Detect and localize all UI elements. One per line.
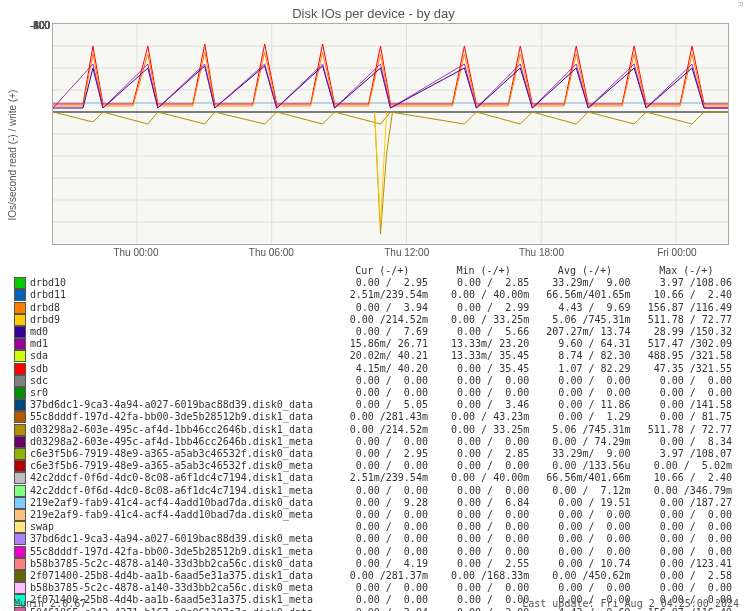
legend-row: 2f071400-25b8-4d4b-aa1b-6aad5e31a375.dis… [14, 570, 737, 582]
min-val: 0.00 / 0.00 [433, 521, 534, 533]
avg-val: 207.27m/ 13.74 [534, 326, 635, 338]
min-val: 0.00 / 0.00 [433, 375, 534, 387]
min-val: 0.00 / 2.85 [433, 448, 534, 460]
swatch-icon [14, 533, 26, 545]
min-val: 0.00 / 0.00 [433, 582, 534, 594]
col-avg: Avg (-/+) [534, 265, 635, 277]
min-val: 0.00 / 0.00 [433, 485, 534, 497]
max-val: 3.97 /108.07 [636, 448, 737, 460]
min-val: 13.33m/ 35.45 [433, 350, 534, 362]
legend-row: 42c2ddcf-0f6d-4dc0-8c08-a6f1dc4c7194.dis… [14, 485, 737, 497]
min-val: 0.00 / 0.00 [433, 387, 534, 399]
swatch-icon [14, 399, 26, 411]
cur-val: 0.00 / 3.94 [332, 302, 433, 314]
swatch-icon [14, 314, 26, 326]
avg-val: 0.00 / 0.00 [534, 582, 635, 594]
max-val: 511.78 / 72.77 [636, 424, 737, 436]
cur-val: 0.00 /281.37m [332, 570, 433, 582]
y-axis-label: IOs/second read (-) / write (+) [7, 45, 18, 265]
legend-row: drbd9 0.00 /214.52m 0.00 / 33.25m 5.06 /… [14, 314, 737, 326]
cur-val: 0.00 / 0.00 [332, 436, 433, 448]
max-val: 0.00 / 5.02m [636, 460, 737, 472]
max-val: 517.47 /302.09 [636, 338, 737, 350]
cur-val: 0.00 / 9.28 [332, 497, 433, 509]
min-val: 0.00 / 0.00 [433, 533, 534, 545]
cur-val: 0.00 / 2.95 [332, 448, 433, 460]
legend-row: 219e2af9-fab9-41c4-acf4-4add10bad7da.dis… [14, 509, 737, 521]
max-val: 0.00 /187.27 [636, 497, 737, 509]
max-val: 0.00 / 0.00 [636, 533, 737, 545]
max-val: 0.00 / 0.00 [636, 387, 737, 399]
avg-val: 0.00 / 7.12m [534, 485, 635, 497]
cur-val: 0.00 / 0.00 [332, 387, 433, 399]
cur-val: 0.00 /214.52m [332, 314, 433, 326]
series-name: 42c2ddcf-0f6d-4dc0-8c08-a6f1dc4c7194.dis… [30, 472, 313, 483]
swatch-icon [14, 289, 26, 301]
series-name: 2f071400-25b8-4d4b-aa1b-6aad5e31a375.dis… [30, 570, 313, 581]
cur-val: 0.00 / 5.05 [332, 399, 433, 411]
avg-val: 8.74 / 82.30 [534, 350, 635, 362]
chart-title: Disk IOs per device - by day [0, 0, 747, 23]
cur-val: 0.00 /281.43m [332, 411, 433, 423]
series-name: md0 [30, 326, 48, 337]
min-val: 0.00 / 33.25m [433, 314, 534, 326]
series-name: sdb [30, 363, 48, 374]
cur-val: 0.00 / 0.00 [332, 546, 433, 558]
avg-val: 0.00 / 0.00 [534, 387, 635, 399]
swatch-icon [14, 302, 26, 314]
swatch-icon [14, 558, 26, 570]
min-val: 0.00 / 43.23m [433, 411, 534, 423]
series-name: b58b3785-5c2c-4878-a140-33d3bb2ca56c.dis… [30, 558, 313, 569]
swatch-icon [14, 460, 26, 472]
col-max: Max (-/+) [636, 265, 737, 277]
max-val: 0.00 /141.58 [636, 399, 737, 411]
max-val: 3.97 /108.06 [636, 277, 737, 289]
avg-val: 0.00 / 10.74 [534, 558, 635, 570]
swatch-icon [14, 436, 26, 448]
swatch-icon [14, 424, 26, 436]
avg-val: 0.00 / 74.29m [534, 436, 635, 448]
series-name: b58b3785-5c2c-4878-a140-33d3bb2ca56c.dis… [30, 582, 313, 593]
avg-val: 0.00 / 0.00 [534, 509, 635, 521]
avg-val: 0.00 / 0.00 [534, 533, 635, 545]
legend-row: md0 0.00 / 7.69 0.00 / 5.66 207.27m/ 13.… [14, 326, 737, 338]
legend-row: 37bd6dc1-9ca3-4a94-a027-6019bac88d39.dis… [14, 533, 737, 545]
avg-val: 0.00 / 19.51 [534, 497, 635, 509]
avg-val: 0.00 / 11.86 [534, 399, 635, 411]
legend-row: sdc 0.00 / 0.00 0.00 / 0.00 0.00 / 0.00 … [14, 375, 737, 387]
legend-row: drbd10 0.00 / 2.95 0.00 / 2.85 33.29m/ 9… [14, 277, 737, 289]
swatch-icon [14, 582, 26, 594]
series-name: 37bd6dc1-9ca3-4a94-a027-6019bac88d39.dis… [30, 399, 313, 410]
max-val: 156.87 /116.49 [636, 302, 737, 314]
legend-row: 37bd6dc1-9ca3-4a94-a027-6019bac88d39.dis… [14, 399, 737, 411]
legend-row: b58b3785-5c2c-4878-a140-33d3bb2ca56c.dis… [14, 558, 737, 570]
series-name: d03298a2-603e-495c-af4d-1bb46cc2646b.dis… [30, 436, 313, 447]
max-val: 0.00 / 0.00 [636, 546, 737, 558]
max-val: 511.78 / 72.77 [636, 314, 737, 326]
series-name: drbd10 [30, 277, 66, 288]
footer-last-update: Last update: Fri Aug 2 04:25:00 2024 [522, 598, 739, 609]
cur-val: 20.02m/ 40.21 [332, 350, 433, 362]
legend-row: d03298a2-603e-495c-af4d-1bb46cc2646b.dis… [14, 436, 737, 448]
max-val: 0.00 / 8.34 [636, 436, 737, 448]
legend-row: 55c8dddf-197d-42fa-bb00-3de5b28512b9.dis… [14, 411, 737, 423]
cur-val: 0.00 / 4.19 [332, 558, 433, 570]
avg-val: 0.00 /450.62m [534, 570, 635, 582]
min-val: 0.00 / 2.99 [433, 302, 534, 314]
series-name: c6e3f5b6-7919-48e9-a365-a5ab3c46532f.dis… [30, 448, 313, 459]
cur-val: 0.00 / 0.00 [332, 533, 433, 545]
cur-val: 0.00 / 0.00 [332, 521, 433, 533]
legend-row: sr0 0.00 / 0.00 0.00 / 0.00 0.00 / 0.00 … [14, 387, 737, 399]
legend-row: c6e3f5b6-7919-48e9-a365-a5ab3c46532f.dis… [14, 448, 737, 460]
max-val: 0.00 /346.79m [636, 485, 737, 497]
cur-val: 15.86m/ 26.71 [332, 338, 433, 350]
min-val: 0.00 / 0.00 [433, 460, 534, 472]
min-val: 0.00 / 2.55 [433, 558, 534, 570]
rrdtool-watermark: RRDTOOL / TOBI OETIKER [736, 0, 745, 8]
series-name: 55c8dddf-197d-42fa-bb00-3de5b28512b9.dis… [30, 546, 313, 557]
avg-val: 0.00 / 1.29 [534, 411, 635, 423]
max-val: 10.66 / 2.40 [636, 289, 737, 301]
min-val: 0.00 / 0.00 [433, 436, 534, 448]
series-name: md1 [30, 338, 48, 349]
max-val: 28.99 /150.32 [636, 326, 737, 338]
